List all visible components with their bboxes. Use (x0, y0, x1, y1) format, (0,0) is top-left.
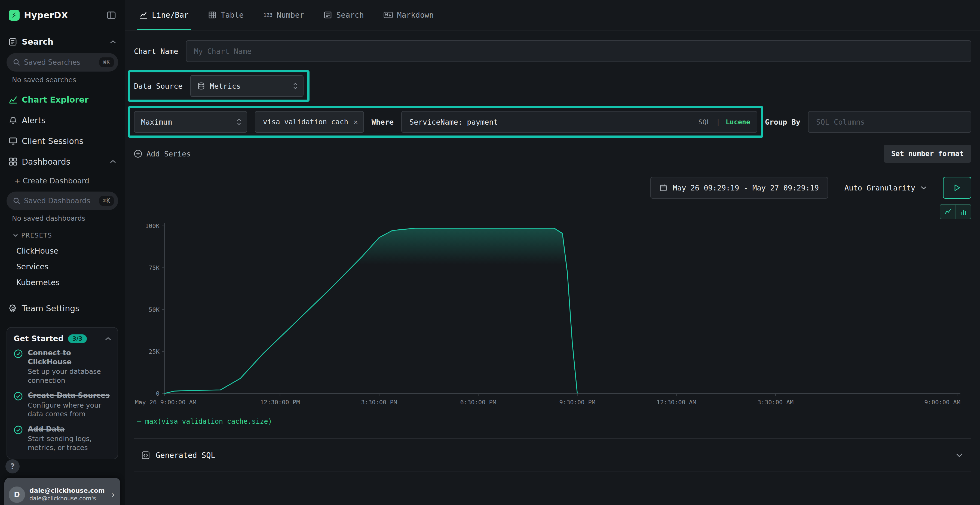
svg-text:100K: 100K (145, 222, 160, 229)
data-source-value: Metrics (210, 82, 241, 91)
user-subtitle: dale@clickhouse.com's (29, 495, 105, 502)
add-series-label: Add Series (146, 150, 191, 158)
get-started-progress-badge: 3/3 (68, 334, 87, 343)
shortcut-badge: ⌘K (99, 196, 114, 206)
metric-tag-label: visa_validation_cach (263, 118, 348, 126)
play-icon (954, 184, 961, 192)
svg-text:3:30:00 AM: 3:30:00 AM (757, 399, 793, 406)
chevron-up-icon[interactable] (105, 337, 111, 341)
line-chart-toggle[interactable] (940, 205, 956, 219)
search-section-icon (9, 38, 17, 46)
logo-row: ⚡ HyperDX (0, 0, 125, 28)
legend-swatch: — (137, 418, 141, 425)
chart-name-input[interactable] (186, 40, 971, 62)
checklist-item-desc: Start sending logs, metrics, or traces (28, 435, 111, 452)
metric-tag[interactable]: visa_validation_cach ✕ (255, 111, 364, 133)
checklist-item[interactable]: Create Data Sources Configure where your… (14, 391, 111, 419)
bar-chart-toggle[interactable] (956, 205, 971, 219)
where-input[interactable]: ServiceName: payment SQL | Lucene (401, 111, 757, 133)
chevron-up-icon[interactable] (110, 40, 116, 44)
saved-searches-input[interactable]: Saved Searches ⌘K (6, 53, 118, 71)
tab-label: Table (221, 11, 243, 20)
database-icon (197, 82, 205, 90)
svg-text:9:00:00 AM: 9:00:00 AM (924, 399, 960, 406)
checklist-item-title: Add Data (28, 425, 111, 434)
chevron-down-icon (921, 186, 927, 190)
get-started-card: Get Started 3/3 Connect to ClickHouse Se… (6, 327, 118, 459)
data-source-select[interactable]: Metrics (190, 75, 304, 97)
number-123-icon: 123 (263, 12, 272, 18)
tab-line-bar[interactable]: Line/Bar (139, 0, 189, 30)
dashboards-grid-icon (9, 157, 22, 166)
group-by-input[interactable] (808, 111, 971, 133)
remove-metric-icon[interactable]: ✕ (354, 118, 358, 126)
granularity-value: Auto Granularity (845, 184, 915, 192)
chevron-down-icon (13, 234, 18, 237)
sidebar-item-label: Client Sessions (22, 136, 83, 146)
add-series-row: Add Series Set number format (134, 145, 971, 163)
date-range-picker[interactable]: May 26 09:29:19 - May 27 09:29:19 (650, 177, 828, 199)
preset-item-clickhouse[interactable]: ClickHouse (0, 243, 125, 259)
checklist-item-desc: Set up your database connection (28, 367, 111, 385)
svg-text:12:30:00 AM: 12:30:00 AM (657, 399, 696, 406)
tab-number[interactable]: 123 Number (263, 0, 304, 30)
saved-dashboards-placeholder: Saved Dashboards (24, 197, 99, 205)
run-query-button[interactable] (943, 177, 971, 199)
checklist-item-desc: Configure where your data comes from (28, 401, 111, 419)
preset-item-kubernetes[interactable]: Kubernetes (0, 275, 125, 290)
shortcut-badge: ⌘K (99, 57, 114, 67)
data-source-row: Data Source Metrics (134, 75, 971, 97)
set-number-format-button[interactable]: Set number format (884, 145, 971, 163)
tab-search[interactable]: Search (324, 0, 364, 30)
chevron-down-icon[interactable] (956, 453, 963, 457)
gear-icon (9, 304, 22, 313)
legend-item[interactable]: — max(visa_validation_cache.size) (137, 418, 971, 425)
markdown-icon (383, 12, 393, 18)
aggregation-value: Maximum (141, 118, 172, 126)
chart-type-tabbar: Line/Bar Table 123 Number Search (125, 0, 980, 30)
chart-display-toggles-row (134, 204, 971, 219)
toggle-separator: | (716, 118, 720, 126)
preset-item-services[interactable]: Services (0, 259, 125, 275)
sidebar-item-chart-explorer[interactable]: Chart Explorer (0, 89, 125, 110)
hyperdx-app: ⚡ HyperDX Search Saved Searches ⌘K No sa… (0, 0, 980, 505)
tab-table[interactable]: Table (208, 0, 243, 30)
line-bar-icon (139, 11, 148, 19)
check-circle-icon (14, 425, 23, 453)
user-menu[interactable]: D dale@clickhouse.com dale@clickhouse.co… (4, 478, 120, 505)
sidebar: ⚡ HyperDX Search Saved Searches ⌘K No sa… (0, 0, 125, 505)
sidebar-item-client-sessions[interactable]: Client Sessions (0, 130, 125, 151)
svg-text:0: 0 (156, 390, 159, 397)
sidebar-collapse-icon[interactable] (107, 11, 116, 20)
legend-label: max(visa_validation_cache.size) (145, 418, 272, 425)
add-series-button[interactable]: Add Series (134, 150, 191, 158)
calendar-icon (660, 184, 667, 192)
chevron-up-icon[interactable] (110, 160, 116, 164)
aggregation-select[interactable]: Maximum (134, 111, 247, 133)
search-icon (13, 197, 20, 204)
date-range-value: May 26 09:29:19 - May 27 09:29:19 (673, 184, 819, 192)
hyperdx-logo-icon: ⚡ (9, 10, 20, 21)
sidebar-item-team-settings[interactable]: Team Settings (0, 298, 125, 319)
checklist-item[interactable]: Add Data Start sending logs, metrics, or… (14, 425, 111, 453)
sidebar-item-alerts[interactable]: Alerts (0, 110, 125, 130)
svg-text:50K: 50K (149, 306, 159, 313)
generated-sql-accordion[interactable]: Generated SQL (134, 438, 971, 472)
saved-dashboards-input[interactable]: Saved Dashboards ⌘K (6, 192, 118, 210)
granularity-select[interactable]: Auto Granularity (838, 177, 933, 199)
series-config-group: Maximum visa_validation_cach ✕ Where Ser… (134, 111, 757, 133)
search-section-header[interactable]: Search (0, 28, 125, 51)
no-saved-searches-text: No saved searches (0, 76, 125, 89)
help-button[interactable]: ? (5, 459, 20, 473)
checklist-item[interactable]: Connect to ClickHouse Set up your databa… (14, 349, 111, 385)
presets-toggle[interactable]: PRESETS (0, 228, 125, 243)
chart-line-icon (9, 95, 22, 104)
sidebar-item-dashboards[interactable]: Dashboards (0, 151, 125, 172)
svg-text:6:30:00 PM: 6:30:00 PM (460, 399, 496, 406)
select-arrows-icon (237, 118, 241, 126)
lucene-language-toggle[interactable]: Lucene (726, 118, 750, 126)
create-dashboard-button[interactable]: + Create Dashboard (0, 172, 125, 189)
sql-language-toggle[interactable]: SQL (698, 118, 711, 126)
tab-markdown[interactable]: Markdown (383, 0, 434, 30)
check-circle-icon (14, 392, 23, 419)
